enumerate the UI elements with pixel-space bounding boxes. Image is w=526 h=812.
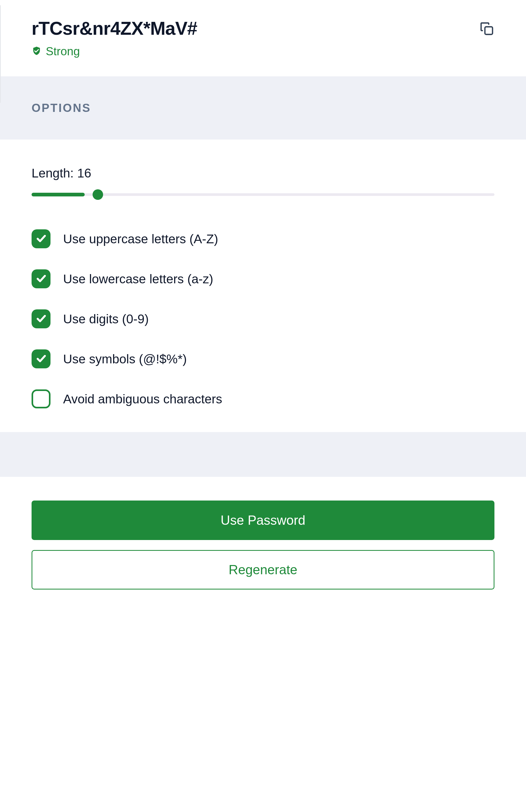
checkbox-label: Use digits (0-9) — [63, 312, 149, 326]
regenerate-button[interactable]: Regenerate — [32, 550, 494, 590]
checkbox-row-lowercase[interactable]: Use lowercase letters (a-z) — [32, 269, 494, 288]
checkbox-uppercase[interactable] — [32, 229, 50, 248]
options-panel: Length: 16 Use uppercase letters (A-Z) U… — [0, 140, 526, 432]
section-gap — [0, 432, 526, 477]
footer-actions: Use Password Regenerate — [0, 477, 526, 605]
password-header: rTCsr&nr4ZX*MaV# Strong — [0, 0, 526, 76]
checkbox-row-digits[interactable]: Use digits (0-9) — [32, 309, 494, 328]
options-section-header: OPTIONS — [0, 76, 526, 140]
checkbox-label: Use uppercase letters (A-Z) — [63, 232, 218, 246]
checkbox-row-uppercase[interactable]: Use uppercase letters (A-Z) — [32, 229, 494, 248]
checkbox-ambiguous[interactable] — [32, 389, 50, 408]
checkbox-label: Use lowercase letters (a-z) — [63, 272, 213, 286]
check-icon — [35, 313, 47, 325]
left-edge-divider — [0, 5, 1, 103]
check-icon — [35, 352, 47, 365]
length-value: 16 — [77, 166, 91, 180]
checkbox-row-ambiguous[interactable]: Avoid ambiguous characters — [32, 389, 494, 408]
checkbox-row-symbols[interactable]: Use symbols (@!$%*) — [32, 349, 494, 368]
length-prefix: Length: — [32, 166, 77, 180]
checkbox-label: Avoid ambiguous characters — [63, 392, 222, 406]
copy-icon — [479, 21, 494, 38]
length-label: Length: 16 — [32, 166, 494, 180]
svg-rect-0 — [485, 27, 493, 34]
copy-button[interactable] — [477, 19, 497, 40]
strength-label: Strong — [46, 45, 80, 58]
use-password-button[interactable]: Use Password — [32, 501, 494, 540]
generated-password: rTCsr&nr4ZX*MaV# — [32, 18, 197, 39]
password-header-left: rTCsr&nr4ZX*MaV# Strong — [32, 18, 197, 58]
checkbox-symbols[interactable] — [32, 349, 50, 368]
checkbox-digits[interactable] — [32, 309, 50, 328]
shield-check-icon — [32, 46, 42, 57]
length-slider[interactable] — [32, 191, 494, 198]
options-section-title: OPTIONS — [32, 101, 494, 115]
slider-fill — [32, 193, 85, 197]
checkbox-label: Use symbols (@!$%*) — [63, 352, 187, 366]
check-icon — [35, 273, 47, 285]
strength-indicator: Strong — [32, 45, 197, 58]
slider-thumb[interactable] — [93, 189, 103, 200]
check-icon — [35, 232, 47, 245]
checkbox-lowercase[interactable] — [32, 269, 50, 288]
